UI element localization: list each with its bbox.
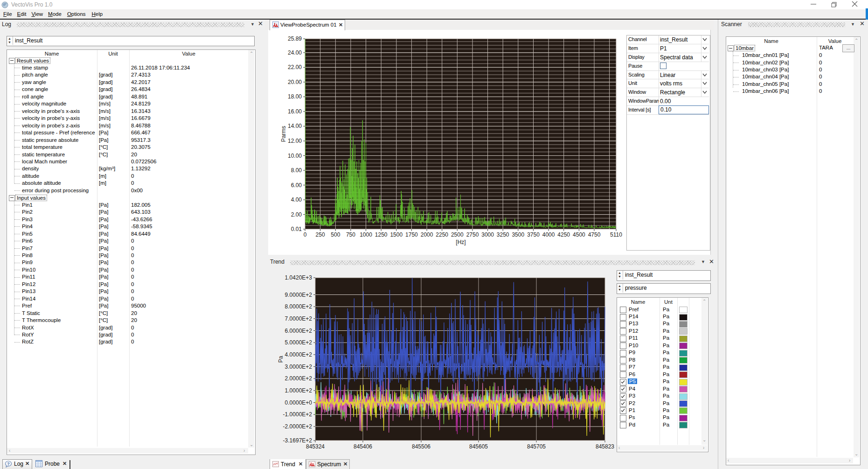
- svg-text:2000: 2000: [421, 231, 433, 238]
- svg-text:8.0000E+2: 8.0000E+2: [285, 303, 312, 310]
- svg-text:5.0000E+2: 5.0000E+2: [285, 339, 312, 346]
- svg-text:9.0000E+2: 9.0000E+2: [285, 292, 312, 298]
- svg-text:3750: 3750: [527, 231, 540, 238]
- svg-text:6.00: 6.00: [291, 182, 302, 189]
- svg-text:0: 0: [304, 231, 307, 238]
- svg-text:0.0000E+0: 0.0000E+0: [285, 399, 312, 406]
- svg-text:3250: 3250: [497, 231, 509, 238]
- svg-text:12.00: 12.00: [288, 138, 302, 144]
- svg-text:0.01: 0.01: [291, 226, 302, 232]
- svg-text:10.00: 10.00: [288, 153, 302, 159]
- svg-text:4000: 4000: [542, 231, 555, 238]
- svg-text:4.00: 4.00: [291, 196, 302, 203]
- svg-text:?: ?: [7, 462, 10, 466]
- svg-text:14.00: 14.00: [288, 123, 302, 129]
- svg-text:-2.0000E+2: -2.0000E+2: [283, 423, 312, 430]
- svg-text:[Hz]: [Hz]: [456, 239, 465, 245]
- svg-text:750: 750: [346, 231, 355, 238]
- svg-text:16.00: 16.00: [288, 108, 302, 115]
- svg-text:845406: 845406: [354, 443, 372, 450]
- svg-text:2.0000E+2: 2.0000E+2: [285, 375, 312, 382]
- svg-text:845823: 845823: [596, 443, 614, 450]
- svg-text:1500: 1500: [390, 231, 403, 238]
- svg-text:1.0000E+2: 1.0000E+2: [285, 387, 312, 394]
- svg-text:Parms: Parms: [280, 126, 287, 142]
- svg-text:1250: 1250: [375, 231, 388, 238]
- svg-text:24.00: 24.00: [288, 49, 302, 56]
- svg-text:2.00: 2.00: [291, 211, 302, 218]
- svg-text:18.00: 18.00: [288, 93, 302, 100]
- svg-text:6.0000E+2: 6.0000E+2: [285, 328, 312, 334]
- svg-text:1000: 1000: [360, 231, 372, 238]
- svg-text:1750: 1750: [405, 231, 418, 238]
- svg-text:845705: 845705: [527, 443, 546, 450]
- svg-text:845506: 845506: [412, 443, 431, 450]
- svg-text:2250: 2250: [436, 231, 448, 238]
- svg-text:7.0000E+2: 7.0000E+2: [285, 315, 312, 322]
- svg-text:20.00: 20.00: [288, 79, 302, 85]
- svg-text:22.00: 22.00: [288, 64, 302, 70]
- svg-text:Pa: Pa: [278, 356, 284, 363]
- svg-text:8.00: 8.00: [291, 167, 302, 174]
- svg-text:3000: 3000: [481, 231, 494, 238]
- svg-text:4500: 4500: [573, 231, 585, 238]
- svg-text:3.0000E+2: 3.0000E+2: [285, 364, 312, 370]
- svg-text:845324: 845324: [306, 443, 325, 450]
- svg-text:845605: 845605: [469, 443, 488, 450]
- svg-text:-3.1697E+2: -3.1697E+2: [283, 437, 312, 444]
- svg-text:4750: 4750: [588, 231, 601, 238]
- svg-text:4250: 4250: [557, 231, 570, 238]
- svg-text:4.0000E+2: 4.0000E+2: [285, 351, 312, 358]
- svg-text:2750: 2750: [466, 231, 479, 238]
- svg-text:500: 500: [331, 231, 340, 238]
- svg-text:250: 250: [316, 231, 325, 238]
- svg-text:25.89: 25.89: [288, 35, 302, 42]
- svg-text:5110: 5110: [610, 231, 622, 238]
- svg-text:-1.0000E+2: -1.0000E+2: [283, 411, 312, 418]
- svg-text:1.0420E+3: 1.0420E+3: [285, 275, 312, 281]
- svg-text:3500: 3500: [512, 231, 524, 238]
- svg-text:2500: 2500: [451, 231, 464, 238]
